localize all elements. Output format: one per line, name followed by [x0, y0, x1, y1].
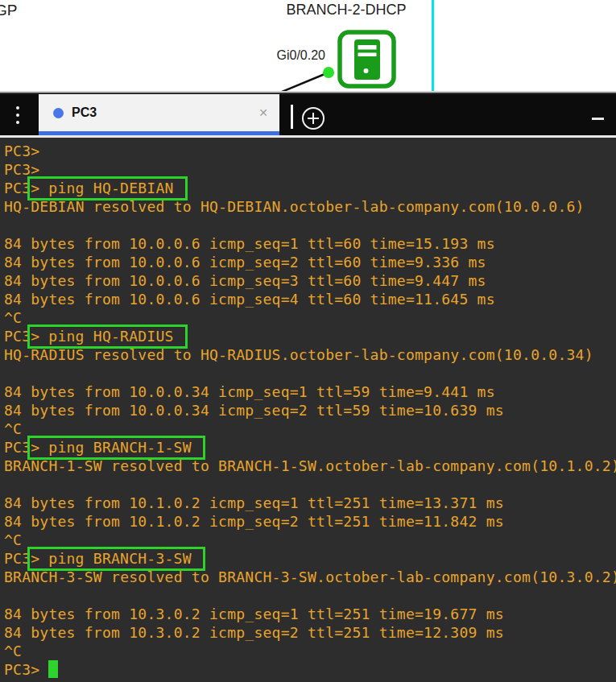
- kebab-menu-icon[interactable]: [10, 105, 25, 126]
- close-tab-icon[interactable]: ✕: [258, 106, 268, 119]
- terminal-line: PC3>ping BRANCH-1-SW: [4, 438, 616, 457]
- topology-canvas: GP BRANCH-2-DHCP Gi0/0.20: [0, 0, 616, 91]
- terminal-body[interactable]: PC3>PC3>PC3>ping HQ-DEBIANHQ-DEBIAN reso…: [0, 138, 616, 682]
- server-node-icon[interactable]: [337, 30, 396, 89]
- terminal-window: PC3 ✕ PC3>PC3>PC3>ping HQ-DEBIANHQ-DEBIA…: [0, 91, 616, 682]
- terminal-cursor: [48, 660, 58, 678]
- terminal-line: 84 bytes from 10.0.0.6 icmp_seq=3 ttl=60…: [4, 271, 616, 290]
- node-label-branch-2-dhcp: BRANCH-2-DHCP: [284, 2, 408, 19]
- ping-command-highlight: ping BRANCH-1-SW: [27, 436, 205, 460]
- cyan-link-line: [432, 0, 434, 91]
- terminal-line: 84 bytes from 10.1.0.2 icmp_seq=1 ttl=25…: [4, 494, 616, 512]
- minimize-icon[interactable]: [592, 118, 604, 120]
- terminal-titlebar: PC3 ✕: [0, 94, 616, 135]
- interface-label: Gi0/0.20: [275, 48, 325, 63]
- terminal-line: PC3>ping BRANCH-3-SW: [4, 549, 616, 568]
- ping-command-highlight: ping BRANCH-3-SW: [27, 547, 205, 571]
- terminal-line: 84 bytes from 10.0.0.6 icmp_seq=2 ttl=60…: [4, 253, 616, 271]
- terminal-line: 84 bytes from 10.3.0.2 icmp_seq=1 ttl=25…: [4, 605, 616, 623]
- ping-command-highlight: ping HQ-DEBIAN: [27, 176, 187, 200]
- terminal-line: 84 bytes from 10.0.0.34 icmp_seq=1 ttl=5…: [4, 382, 616, 401]
- terminal-line: 84 bytes from 10.1.0.2 icmp_seq=2 ttl=25…: [4, 512, 616, 531]
- terminal-line: 84 bytes from 10.0.0.34 icmp_seq=2 ttl=5…: [4, 401, 616, 420]
- tab-separator: [291, 105, 293, 129]
- terminal-line: PC3>ping HQ-RADIUS: [4, 327, 616, 345]
- link-endpoint-dot: [323, 67, 334, 78]
- terminal-line: PC3>ping HQ-DEBIAN: [4, 179, 616, 197]
- tab-title: PC3: [72, 105, 258, 120]
- prompt: PC3>: [4, 661, 39, 678]
- terminal-line: 84 bytes from 10.0.0.6 icmp_seq=1 ttl=60…: [4, 234, 616, 253]
- screen: GP BRANCH-2-DHCP Gi0/0.20 PC3 ✕ PC3>PC3>…: [0, 0, 616, 682]
- terminal-line: PC3>: [4, 142, 616, 160]
- partial-node-label: GP: [0, 2, 17, 19]
- ping-command-highlight: ping HQ-RADIUS: [27, 324, 187, 349]
- tab-pc3[interactable]: PC3 ✕: [39, 94, 279, 135]
- terminal-line: [4, 364, 616, 382]
- terminal-line: [4, 586, 616, 605]
- tab-status-dot: [53, 108, 64, 118]
- terminal-line: ^C: [4, 642, 616, 660]
- terminal-line: 84 bytes from 10.3.0.2 icmp_seq=2 ttl=25…: [4, 623, 616, 642]
- new-tab-icon[interactable]: [302, 107, 325, 130]
- terminal-line: 84 bytes from 10.0.0.6 icmp_seq=4 ttl=60…: [4, 290, 616, 308]
- terminal-line: [4, 475, 616, 494]
- terminal-line: [4, 216, 616, 234]
- terminal-line: PC3>: [4, 660, 616, 679]
